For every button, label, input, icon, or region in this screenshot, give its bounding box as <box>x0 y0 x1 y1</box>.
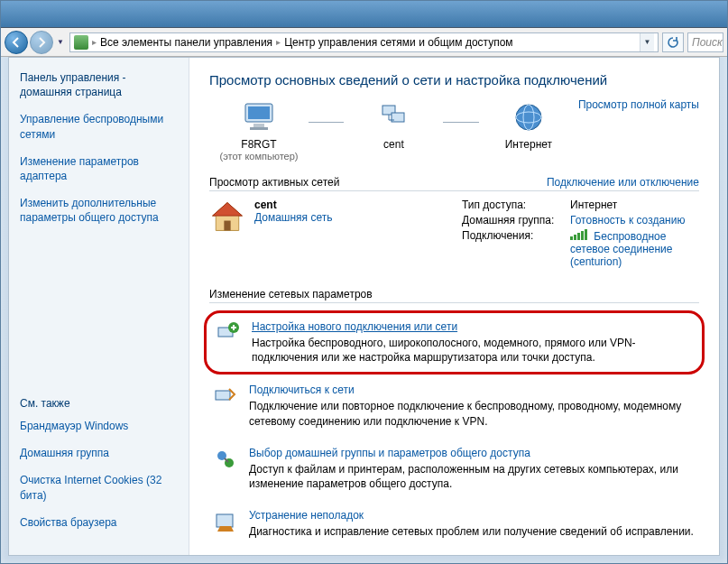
new-connection-icon <box>216 320 241 346</box>
map-node-label: cent <box>344 138 443 151</box>
network-properties: Тип доступа: Интернет Домашняя группа: Г… <box>462 199 699 268</box>
svg-point-6 <box>516 105 541 130</box>
prop-label-access: Тип доступа: <box>462 199 570 211</box>
task-link[interactable]: Устранение неполадок <box>249 509 364 522</box>
task-connect-network[interactable]: Подключиться к сети Подключение или повт… <box>209 374 699 437</box>
prop-label-connections: Подключения: <box>462 229 570 268</box>
main-panel: Просмотр основных сведений о сети и наст… <box>189 58 719 555</box>
signal-bars-icon <box>570 229 587 240</box>
forward-button[interactable] <box>30 31 53 54</box>
svg-rect-12 <box>216 391 230 400</box>
content-area: Панель управления - домашняя страница Уп… <box>8 57 720 556</box>
change-settings-heading: Изменение сетевых параметров <box>209 288 699 303</box>
prop-value-access: Интернет <box>570 199 699 211</box>
active-networks-title: Просмотр активных сетей <box>209 176 339 189</box>
prop-label-homegroup: Домашняя группа: <box>462 214 570 227</box>
nav-history-dropdown[interactable]: ▼ <box>55 34 66 51</box>
sidebar-home-link[interactable]: Панель управления - домашняя страница <box>20 70 178 99</box>
prop-value-homegroup-link[interactable]: Готовность к созданию <box>570 214 699 227</box>
map-node-this-pc: F8RGT (этот компьютер) <box>209 98 309 162</box>
network-icon <box>375 100 411 134</box>
map-node-label: Интернет <box>479 138 578 151</box>
sidebar-link-cookies[interactable]: Очистка Internet Cookies (32 бита) <box>20 473 178 502</box>
map-node-label: F8RGT <box>209 138 309 151</box>
connect-disconnect-link[interactable]: Подключение или отключение <box>547 176 699 189</box>
network-type-link[interactable]: Домашняя сеть <box>254 211 390 224</box>
sidebar-link-sharing[interactable]: Изменить дополнительные параметры общего… <box>20 196 178 225</box>
chevron-right-icon: ▸ <box>276 37 281 47</box>
svg-rect-1 <box>248 106 270 119</box>
toolbar: ▼ ▸ Все элементы панели управления ▸ Цен… <box>1 28 727 57</box>
breadcrumb-current[interactable]: Центр управления сетями и общим доступом <box>284 36 513 49</box>
map-connection-line <box>309 122 344 123</box>
sidebar-link-wireless[interactable]: Управление беспроводными сетями <box>20 112 178 141</box>
search-input[interactable]: Поиск <box>687 32 723 52</box>
task-homegroup-sharing[interactable]: Выбор домашней группы и параметров общег… <box>209 438 699 500</box>
see-also-heading: См. также <box>20 397 178 410</box>
computer-icon <box>241 100 277 134</box>
active-networks-heading: Просмотр активных сетей Подключение или … <box>209 176 699 191</box>
map-connection-line <box>443 122 478 123</box>
home-network-icon <box>209 199 245 235</box>
window-titlebar[interactable] <box>1 1 727 28</box>
task-link[interactable]: Подключиться к сети <box>249 384 355 396</box>
network-center-icon <box>74 35 88 50</box>
map-node-sublabel: (этот компьютер) <box>209 151 309 162</box>
address-dropdown[interactable]: ▼ <box>640 33 654 51</box>
task-new-connection[interactable]: Настройка нового подключения или сети На… <box>204 310 705 374</box>
task-desc: Диагностика и исправление сетевых пробле… <box>249 524 696 539</box>
troubleshoot-icon <box>213 509 238 534</box>
connect-network-icon <box>213 384 238 409</box>
active-network-block: cent Домашняя сеть Тип доступа: Интернет… <box>209 199 699 268</box>
map-node-internet: Интернет <box>479 98 578 151</box>
task-desc: Настройка беспроводного, широкополосного… <box>252 336 693 365</box>
breadcrumb-root[interactable]: Все элементы панели управления <box>100 36 272 49</box>
svg-rect-15 <box>217 514 233 527</box>
network-name: cent <box>254 199 390 211</box>
task-desc: Подключение или повторное подключение к … <box>249 399 696 428</box>
sidebar: Панель управления - домашняя страница Уп… <box>9 58 189 555</box>
view-full-map-link[interactable]: Просмотр полной карты <box>578 98 699 167</box>
refresh-button[interactable] <box>662 32 684 52</box>
globe-icon <box>512 101 545 134</box>
task-troubleshoot[interactable]: Устранение неполадок Диагностика и испра… <box>209 500 699 548</box>
sidebar-link-firewall[interactable]: Брандмауэр Windows <box>20 419 178 433</box>
sidebar-home-line2: домашняя страница <box>20 86 122 98</box>
map-node-network: cent <box>344 98 443 151</box>
sidebar-link-adapter[interactable]: Изменение параметров адаптера <box>20 154 178 183</box>
chevron-right-icon: ▸ <box>92 37 97 47</box>
sidebar-home-line1: Панель управления - <box>20 71 126 84</box>
task-link[interactable]: Выбор домашней группы и параметров общег… <box>249 447 530 459</box>
svg-rect-2 <box>253 124 264 127</box>
svg-rect-3 <box>250 127 268 130</box>
back-button[interactable] <box>5 31 28 54</box>
svg-rect-9 <box>224 221 230 231</box>
homegroup-icon <box>213 447 238 472</box>
sidebar-link-homegroup[interactable]: Домашняя группа <box>20 446 178 460</box>
control-panel-window: ▼ ▸ Все элементы панели управления ▸ Цен… <box>0 0 728 564</box>
page-title: Просмотр основных сведений о сети и наст… <box>209 72 699 88</box>
sidebar-link-browser[interactable]: Свойства браузера <box>20 515 178 530</box>
address-bar[interactable]: ▸ Все элементы панели управления ▸ Центр… <box>69 32 659 52</box>
task-link[interactable]: Настройка нового подключения или сети <box>252 320 457 333</box>
task-desc: Доступ к файлам и принтерам, расположенн… <box>249 462 696 491</box>
